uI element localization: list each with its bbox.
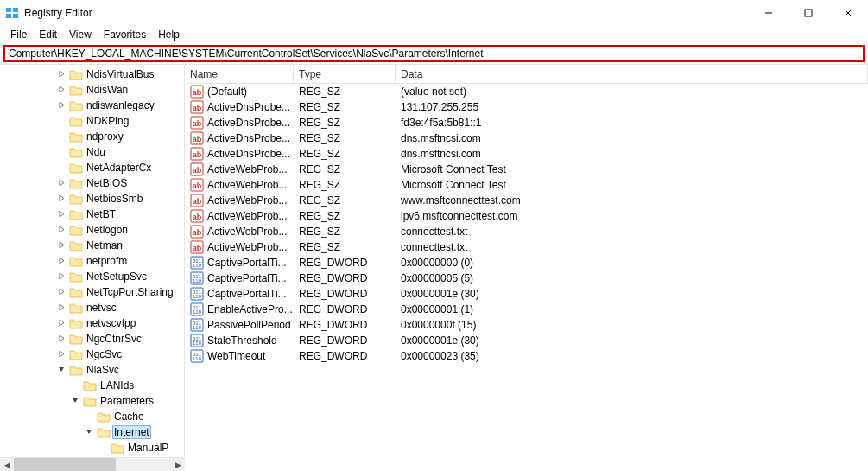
folder-icon (69, 271, 83, 283)
tree-item[interactable]: NetBIOS (0, 175, 184, 191)
value-type: REG_DWORD (294, 319, 396, 331)
folder-icon (69, 317, 83, 329)
value-row[interactable]: StaleThresholdREG_DWORD0x0000001e (30) (185, 333, 868, 348)
chevron-right-icon[interactable] (55, 272, 67, 282)
tree-item[interactable]: LANIds (0, 378, 184, 393)
value-row[interactable]: ActiveWebProb...REG_SZipv6.msftconnectte… (185, 208, 868, 224)
tree-item[interactable]: NlaSvc (0, 362, 184, 378)
value-row[interactable]: ActiveDnsProbe...REG_SZfd3e:4f5a:5b81::1 (185, 115, 868, 130)
maximize-button[interactable] (789, 0, 828, 26)
tree-item[interactable]: Netlogon (0, 222, 184, 238)
chevron-right-icon[interactable] (55, 303, 67, 313)
column-type[interactable]: Type (294, 65, 396, 83)
folder-icon (69, 302, 83, 314)
close-button[interactable] (828, 0, 868, 26)
menu-view[interactable]: View (64, 28, 97, 41)
value-name: ActiveWebProb... (207, 179, 287, 191)
string-value-icon (190, 209, 204, 223)
value-row[interactable]: ActiveDnsProbe...REG_SZdns.msftncsi.com (185, 146, 868, 162)
tree-item[interactable]: NdisWan (0, 82, 184, 98)
tree-item[interactable]: netvscvfpp (0, 315, 184, 331)
tree-item[interactable]: NgcCtnrSvc (0, 331, 184, 347)
value-row[interactable]: CaptivePortalTi...REG_DWORD0x00000000 (0… (185, 255, 868, 271)
values-panel[interactable]: Name Type Data (Default)REG_SZ(value not… (185, 65, 868, 457)
chevron-right-icon[interactable] (55, 86, 67, 95)
column-name[interactable]: Name (185, 65, 294, 83)
value-type: REG_SZ (294, 163, 396, 175)
string-value-icon (190, 194, 204, 207)
chevron-right-icon[interactable] (55, 257, 67, 266)
tree-item[interactable]: ManualP (0, 440, 184, 455)
column-data[interactable]: Data (396, 65, 868, 83)
value-row[interactable]: ActiveDnsProbe...REG_SZ131.107.255.255 (185, 99, 868, 115)
address-text: Computer\HKEY_LOCAL_MACHINE\SYSTEM\Curre… (9, 47, 484, 60)
tree-item[interactable]: NdisVirtualBus (0, 67, 184, 82)
value-row[interactable]: ActiveWebProb...REG_SZMicrosoft Connect … (185, 162, 868, 177)
tree-item[interactable]: NetAdapterCx (0, 160, 184, 175)
chevron-right-icon[interactable] (55, 210, 67, 220)
folder-icon (69, 208, 83, 220)
minimize-button[interactable] (749, 0, 789, 26)
value-row[interactable]: ActiveWebProb...REG_SZconnecttest.txt (185, 239, 868, 255)
tree-item[interactable]: Internet (0, 424, 184, 440)
chevron-down-icon[interactable] (83, 428, 95, 437)
string-value-icon (190, 85, 204, 99)
chevron-right-icon[interactable] (55, 179, 67, 188)
string-value-icon (190, 131, 204, 145)
value-data: www.msftconnecttest.com (396, 194, 868, 207)
value-row[interactable]: ActiveDnsProbe...REG_SZdns.msftncsi.com (185, 130, 868, 146)
value-row[interactable]: ActiveWebProb...REG_SZMicrosoft Connect … (185, 177, 868, 193)
chevron-down-icon[interactable] (55, 366, 67, 375)
tree-item[interactable]: netvsc (0, 300, 184, 315)
scroll-thumb[interactable] (14, 458, 116, 471)
tree-item[interactable]: Cache (0, 409, 184, 424)
tree-item[interactable]: Netman (0, 238, 184, 253)
value-data: 131.107.255.255 (396, 101, 868, 113)
tree-item[interactable]: Ndu (0, 144, 184, 160)
value-name: ActiveDnsProbe... (207, 148, 290, 160)
tree-item-label: NdisVirtualBus (85, 68, 155, 80)
chevron-right-icon[interactable] (55, 70, 67, 80)
tree-item[interactable]: ndiswanlegacy (0, 98, 184, 113)
tree-item[interactable]: NetBT (0, 207, 184, 222)
value-row[interactable]: EnableActivePro...REG_DWORD0x00000001 (1… (185, 302, 868, 317)
scroll-right-icon[interactable]: ▶ (171, 458, 185, 472)
tree-item[interactable]: Parameters (0, 393, 184, 409)
menu-edit[interactable]: Edit (34, 28, 62, 41)
tree-hscroll[interactable]: ◀ ▶ (0, 457, 185, 471)
tree-item[interactable]: NgcSvc (0, 347, 184, 362)
chevron-right-icon[interactable] (55, 334, 67, 344)
menu-file[interactable]: File (5, 28, 32, 41)
value-row[interactable]: WebTimeoutREG_DWORD0x00000023 (35) (185, 348, 868, 364)
tree-item[interactable]: netprofm (0, 253, 184, 269)
chevron-right-icon[interactable] (55, 319, 67, 328)
tree-item[interactable]: NetSetupSvc (0, 269, 184, 284)
scroll-track[interactable] (14, 458, 171, 471)
tree-item-label: ndiswanlegacy (85, 99, 156, 111)
value-row[interactable]: ActiveWebProb...REG_SZwww.msftconnecttes… (185, 193, 868, 208)
value-name: WebTimeout (207, 350, 265, 362)
tree-item[interactable]: NetbiosSmb (0, 191, 184, 207)
tree-item-label: netprofm (85, 255, 129, 267)
tree-item[interactable]: ndproxy (0, 129, 184, 144)
menu-help[interactable]: Help (153, 28, 185, 41)
address-bar[interactable]: Computer\HKEY_LOCAL_MACHINE\SYSTEM\Curre… (3, 45, 865, 62)
chevron-right-icon[interactable] (55, 288, 67, 297)
value-row[interactable]: (Default)REG_SZ(value not set) (185, 84, 868, 99)
tree-panel[interactable]: NdisVirtualBusNdisWanndiswanlegacyNDKPin… (0, 65, 185, 457)
tree-item[interactable]: NetTcpPortSharing (0, 284, 184, 300)
value-row[interactable]: CaptivePortalTi...REG_DWORD0x00000005 (5… (185, 271, 868, 286)
chevron-right-icon[interactable] (55, 350, 67, 360)
chevron-right-icon[interactable] (55, 241, 67, 251)
chevron-right-icon[interactable] (55, 194, 67, 204)
value-name: CaptivePortalTi... (207, 257, 287, 269)
chevron-down-icon[interactable] (69, 397, 81, 406)
tree-item[interactable]: NDKPing (0, 113, 184, 129)
value-row[interactable]: CaptivePortalTi...REG_DWORD0x0000001e (3… (185, 286, 868, 302)
chevron-right-icon[interactable] (55, 226, 67, 235)
chevron-right-icon[interactable] (55, 101, 67, 111)
menu-favorites[interactable]: Favorites (98, 28, 151, 41)
value-row[interactable]: PassivePollPeriodREG_DWORD0x0000000f (15… (185, 317, 868, 333)
scroll-left-icon[interactable]: ◀ (0, 458, 14, 472)
value-row[interactable]: ActiveWebProb...REG_SZconnecttest.txt (185, 224, 868, 239)
